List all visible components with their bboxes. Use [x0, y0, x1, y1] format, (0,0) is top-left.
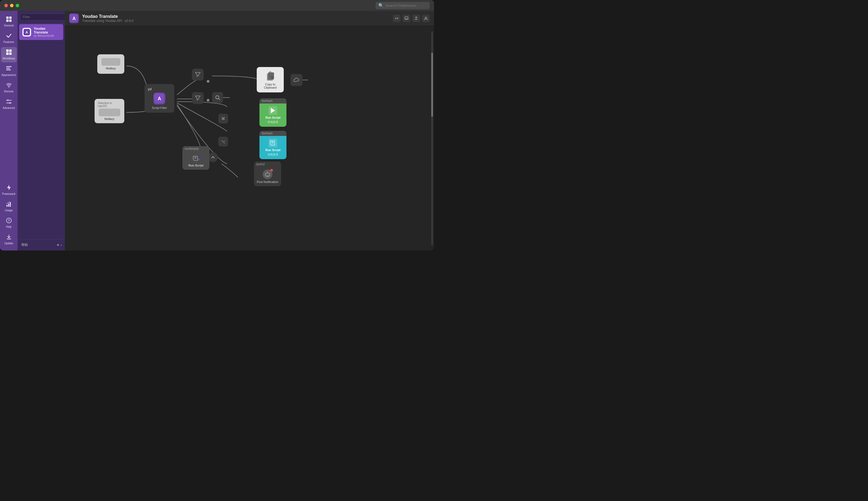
- help-icon: ?: [6, 217, 12, 224]
- scroll-thumb[interactable]: [431, 53, 433, 117]
- extension-info: Youdao Translate by WensonSmith: [34, 27, 60, 37]
- svg-point-28: [425, 17, 427, 19]
- script-filter-node[interactable]: yd A Script Filter: [144, 84, 174, 113]
- script-filter-icon: A: [153, 93, 165, 105]
- sidebar-item-features[interactable]: Features: [1, 31, 17, 46]
- filter-node-1[interactable]: [192, 68, 204, 81]
- close-button[interactable]: [4, 4, 8, 7]
- remote-icon: [6, 82, 12, 89]
- search-input[interactable]: [385, 3, 427, 8]
- export-button[interactable]: [412, 14, 420, 22]
- hotkey2-sublabel: Selection in macOS: [98, 102, 121, 108]
- main-window: 🔍 General: [0, 0, 434, 250]
- svg-rect-5: [9, 50, 12, 52]
- svg-point-11: [8, 87, 9, 88]
- svg-rect-6: [6, 52, 9, 55]
- svg-point-15: [9, 103, 11, 104]
- run-script-php-node[interactable]: /usr/bin/php Run Script: [182, 146, 210, 170]
- cloud-node[interactable]: [290, 74, 302, 86]
- extension-icon: A: [22, 28, 31, 36]
- cmd-key-node[interactable]: ⌘: [218, 114, 228, 124]
- workflow-title: Youdao Translate: [82, 14, 133, 19]
- sidebar-item-label: Powerpack: [2, 192, 15, 196]
- svg-text:?: ?: [8, 219, 10, 223]
- svg-point-33: [216, 96, 219, 99]
- filter-node-2[interactable]: [192, 92, 204, 104]
- remove-extension-button[interactable]: -: [61, 243, 62, 247]
- up-chevron-node[interactable]: [208, 152, 218, 162]
- minimize-button[interactable]: [10, 4, 13, 7]
- update-icon: [6, 234, 12, 241]
- clipboard-label: Copy to Clipboard: [260, 83, 280, 89]
- svg-rect-36: [268, 72, 274, 79]
- copy-clipboard-node[interactable]: Copy to Clipboard: [257, 67, 284, 93]
- sidebar-item-label: General: [4, 24, 14, 27]
- workflow-canvas[interactable]: Hotkey Selection in macOS Hotkey yd: [65, 26, 434, 250]
- advanced-icon: [6, 99, 12, 105]
- workflow-logo: A: [69, 13, 79, 23]
- hotkey-node-2[interactable]: Selection in macOS Hotkey: [95, 99, 124, 123]
- script-filter-id: yd: [148, 87, 152, 91]
- svg-rect-10: [6, 70, 11, 70]
- run-script-cyan-header: /bin/bash: [259, 131, 287, 136]
- notification-dot: [270, 169, 273, 172]
- workflow-header-actions: [393, 14, 430, 22]
- hotkey-key-2: [99, 109, 120, 116]
- run-script-green-node[interactable]: /bin/bash Run Script 本地发音: [259, 98, 287, 127]
- svg-rect-19: [10, 202, 11, 207]
- sidebar-item-update[interactable]: Update: [1, 232, 17, 247]
- workflow-title-block: Youdao Translate Translate using Youdao …: [82, 14, 133, 23]
- traffic-lights: [4, 4, 19, 7]
- add-extension-button[interactable]: +: [56, 243, 60, 247]
- scroll-track: [431, 31, 433, 245]
- svg-marker-16: [7, 185, 11, 190]
- hotkey-label-2: Hotkey: [105, 117, 115, 120]
- sidebar-item-label: Usage: [5, 209, 13, 212]
- hotkey-node-1[interactable]: Hotkey: [97, 54, 124, 74]
- toggle-button[interactable]: [393, 14, 400, 22]
- sidebar-item-label: Remote: [4, 90, 13, 93]
- sidebar-item-advanced[interactable]: Advanced: [1, 96, 17, 112]
- sidebar-item-label: Appearance: [2, 74, 16, 77]
- extension-item-youdao[interactable]: A Youdao Translate by WensonSmith: [19, 24, 63, 40]
- svg-text:A: A: [25, 30, 28, 34]
- post-notification-label: Post Notification: [257, 180, 278, 183]
- sidebar-item-label: Workflows: [3, 57, 15, 60]
- sidebar-item-label: Advanced: [3, 106, 14, 110]
- appearance-icon: [6, 66, 12, 72]
- titlebar: 🔍: [0, 0, 434, 11]
- help-button[interactable]: 帮助: [20, 242, 29, 248]
- run-script-cyan-node[interactable]: /bin/bash Run Script 在线发音: [259, 131, 287, 159]
- run-script-green-label: Run Script: [265, 116, 280, 119]
- features-icon: [6, 33, 12, 40]
- main-content: General Features: [0, 11, 434, 250]
- alt-key-node[interactable]: ⌥: [218, 137, 228, 147]
- post-notification-node[interactable]: {query} Post Notification: [254, 162, 281, 186]
- sidebar-item-help[interactable]: ? Help: [1, 215, 17, 231]
- sidebar-item-label: Features: [3, 41, 14, 44]
- sidebar-item-appearance[interactable]: Appearance: [1, 64, 17, 79]
- user-button[interactable]: [422, 14, 430, 22]
- sidebar-item-workflows[interactable]: Workflows: [1, 47, 17, 62]
- maximize-button[interactable]: [16, 4, 19, 7]
- svg-text:A: A: [158, 96, 161, 101]
- filter-bar: ✕: [18, 11, 65, 23]
- sidebar-item-usage[interactable]: Usage: [1, 199, 17, 214]
- svg-rect-3: [9, 20, 12, 22]
- run-script-cyan-sublabel: 在线发音: [268, 153, 278, 157]
- extension-author: by WensonSmith: [34, 34, 60, 37]
- search-icon-node[interactable]: [212, 92, 223, 103]
- alt-symbol: ⌥: [221, 139, 225, 144]
- sidebar-item-general[interactable]: General: [1, 14, 17, 30]
- sidebar-item-remote[interactable]: Remote: [1, 80, 17, 95]
- filter-input[interactable]: [20, 13, 66, 21]
- titlebar-search[interactable]: 🔍: [376, 2, 430, 9]
- run-script-green-sublabel: 本地发音: [268, 120, 278, 124]
- import-button[interactable]: [403, 14, 410, 22]
- sidebar-item-label: Help: [6, 225, 12, 228]
- sidebar-item-label: Update: [4, 242, 13, 245]
- sidebar-item-powerpack[interactable]: Powerpack: [1, 182, 17, 198]
- script-filter-label: Script Filter: [152, 106, 167, 109]
- hotkey-key-1: [101, 58, 120, 66]
- svg-rect-18: [8, 203, 9, 207]
